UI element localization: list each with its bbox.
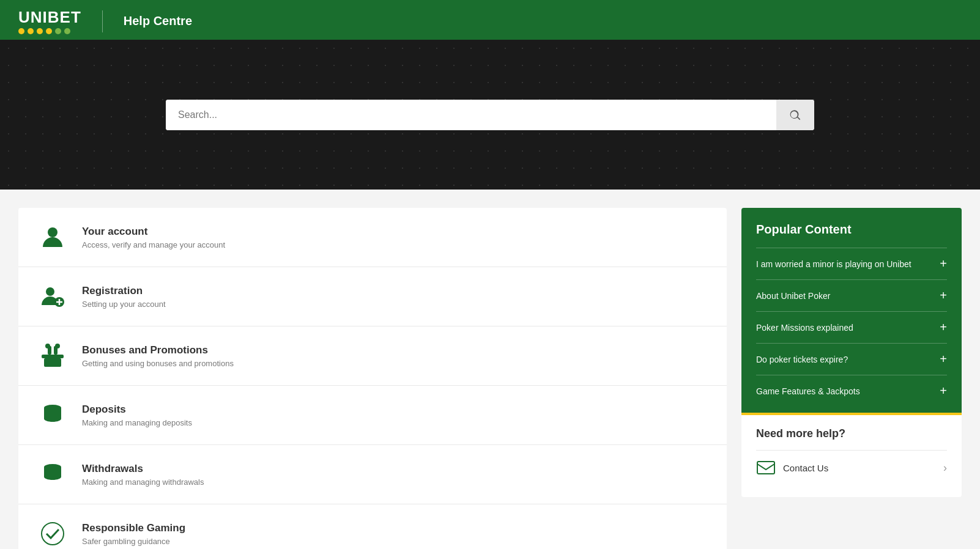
category-item-your-account[interactable]: Your account Access, verify and manage y… (18, 208, 727, 267)
logo-dot-3 (37, 28, 43, 34)
category-title-responsible-gaming: Responsible Gaming (82, 522, 185, 534)
category-desc-deposits: Making and managing deposits (82, 418, 192, 427)
category-item-responsible-gaming[interactable]: Responsible Gaming Safer gambling guidan… (18, 504, 727, 549)
popular-item-text-poker-tickets: Do poker tickets expire? (756, 355, 934, 364)
hero-section (0, 40, 980, 190)
category-desc-your-account: Access, verify and manage your account (82, 240, 225, 249)
svg-point-10 (55, 344, 60, 348)
right-panel: Popular Content I am worried a minor is … (741, 208, 962, 549)
popular-content-title: Popular Content (756, 223, 947, 237)
svg-point-0 (48, 227, 58, 237)
header-divider (102, 10, 103, 32)
registration-icon (37, 281, 69, 312)
contact-us-link[interactable]: Contact Us › (756, 450, 947, 485)
popular-item-plus-poker-tickets: + (940, 352, 947, 366)
search-button[interactable] (776, 100, 814, 130)
logo: UNIBET Help Centre (18, 8, 192, 34)
logo-text: UNIBET (18, 8, 81, 27)
need-help-title: Need more help? (756, 427, 947, 440)
contact-us-text: Contact Us (783, 463, 828, 473)
deposits-icon (37, 399, 69, 431)
svg-point-13 (42, 523, 64, 545)
svg-rect-14 (757, 462, 774, 474)
logo-dot-2 (28, 28, 34, 34)
category-desc-responsible-gaming: Safer gambling guidance (82, 537, 185, 546)
contact-chevron-icon: › (943, 462, 947, 474)
popular-item-text-game-features: Game Features & Jackpots (756, 386, 934, 396)
popular-item-plus-poker-missions: + (940, 320, 947, 334)
bonuses-icon (37, 340, 69, 372)
popular-item-game-features[interactable]: Game Features & Jackpots + (756, 375, 947, 407)
responsible-gaming-icon (37, 518, 69, 549)
svg-rect-5 (42, 355, 64, 358)
logo-dots (18, 28, 81, 34)
category-desc-withdrawals: Making and managing withdrawals (82, 477, 204, 487)
svg-point-1 (46, 287, 54, 296)
category-item-withdrawals[interactable]: Withdrawals Making and managing withdraw… (18, 445, 727, 504)
category-title-registration: Registration (82, 285, 166, 297)
category-text-withdrawals: Withdrawals Making and managing withdraw… (82, 463, 204, 487)
category-item-deposits[interactable]: Deposits Making and managing deposits (18, 386, 727, 445)
svg-point-9 (45, 344, 50, 348)
popular-item-plus-minor-worry: + (940, 257, 947, 271)
header-title: Help Centre (124, 14, 192, 28)
logo-dot-4 (46, 28, 52, 34)
popular-item-poker-tickets[interactable]: Do poker tickets expire? + (756, 343, 947, 375)
category-desc-registration: Setting up your account (82, 300, 166, 309)
logo-dot-1 (18, 28, 24, 34)
search-icon (789, 108, 802, 122)
category-text-registration: Registration Setting up your account (82, 285, 166, 309)
popular-item-minor-worry[interactable]: I am worried a minor is playing on Unibe… (756, 248, 947, 279)
withdrawals-icon (37, 459, 69, 490)
logo-dot-5 (55, 28, 61, 34)
search-input[interactable] (166, 100, 776, 130)
popular-content: Popular Content I am worried a minor is … (741, 208, 962, 413)
category-desc-bonuses: Getting and using bonuses and promotions (82, 359, 234, 368)
page-header: UNIBET Help Centre (0, 0, 980, 40)
category-text-your-account: Your account Access, verify and manage y… (82, 226, 225, 249)
category-item-bonuses[interactable]: Bonuses and Promotions Getting and using… (18, 326, 727, 386)
popular-item-plus-game-features: + (940, 384, 947, 398)
need-more-help: Need more help? Contact Us › (741, 413, 962, 497)
category-title-withdrawals: Withdrawals (82, 463, 204, 475)
popular-item-plus-unibet-poker: + (940, 289, 947, 303)
category-text-bonuses: Bonuses and Promotions Getting and using… (82, 344, 234, 368)
search-bar (166, 100, 814, 130)
popular-item-text-minor-worry: I am worried a minor is playing on Unibe… (756, 259, 934, 269)
categories-panel: Your account Access, verify and manage y… (18, 208, 727, 549)
category-text-responsible-gaming: Responsible Gaming Safer gambling guidan… (82, 522, 185, 546)
popular-items-list: I am worried a minor is playing on Unibe… (756, 248, 947, 407)
main-content: Your account Access, verify and manage y… (0, 190, 980, 549)
svg-rect-6 (44, 358, 61, 367)
category-title-deposits: Deposits (82, 403, 192, 416)
logo-dot-6 (64, 28, 70, 34)
account-icon (37, 221, 69, 253)
popular-item-text-poker-missions: Poker Missions explained (756, 323, 934, 333)
category-item-registration[interactable]: Registration Setting up your account (18, 267, 727, 326)
category-title-bonuses: Bonuses and Promotions (82, 344, 234, 356)
category-text-deposits: Deposits Making and managing deposits (82, 403, 192, 427)
contact-us-left: Contact Us (756, 458, 828, 477)
logo-wordmark: UNIBET (18, 8, 81, 34)
popular-item-poker-missions[interactable]: Poker Missions explained + (756, 311, 947, 343)
contact-icon (756, 458, 776, 477)
popular-item-text-unibet-poker: About Unibet Poker (756, 291, 934, 301)
popular-item-unibet-poker[interactable]: About Unibet Poker + (756, 279, 947, 311)
category-title-your-account: Your account (82, 226, 225, 238)
